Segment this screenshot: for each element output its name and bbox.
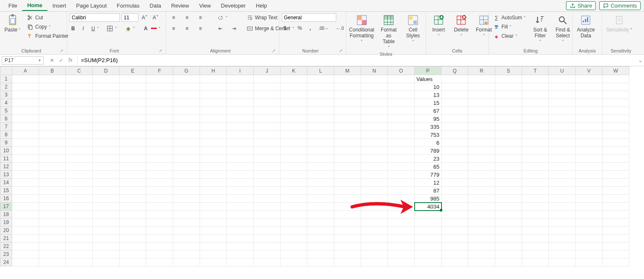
cell[interactable] bbox=[200, 227, 227, 235]
cell[interactable] bbox=[334, 147, 361, 155]
cut-button[interactable]: Cut bbox=[25, 13, 70, 22]
cell[interactable]: 10 bbox=[415, 83, 441, 91]
cell[interactable] bbox=[12, 83, 39, 91]
paste-button[interactable]: Paste bbox=[3, 13, 23, 34]
cell[interactable] bbox=[334, 155, 361, 163]
cell[interactable] bbox=[576, 171, 602, 179]
percent-button[interactable]: % bbox=[296, 24, 304, 32]
cell[interactable] bbox=[254, 139, 280, 147]
cell[interactable] bbox=[441, 131, 468, 139]
cell[interactable] bbox=[468, 91, 495, 99]
cell[interactable] bbox=[280, 179, 307, 187]
cell[interactable] bbox=[12, 107, 39, 115]
cell[interactable] bbox=[522, 99, 549, 107]
cell[interactable] bbox=[66, 123, 93, 131]
cell[interactable] bbox=[441, 258, 468, 266]
cell[interactable] bbox=[227, 195, 254, 203]
cell[interactable] bbox=[280, 235, 307, 242]
cell[interactable] bbox=[576, 227, 602, 235]
cell[interactable] bbox=[495, 155, 522, 163]
autosum-button[interactable]: ∑AutoSum bbox=[491, 13, 527, 22]
cell[interactable] bbox=[602, 235, 629, 242]
row-header[interactable]: 8 bbox=[0, 131, 12, 139]
cell[interactable] bbox=[576, 258, 602, 266]
column-header[interactable]: O bbox=[388, 67, 415, 75]
cell[interactable] bbox=[602, 83, 629, 91]
cell[interactable] bbox=[39, 179, 66, 187]
cell[interactable] bbox=[522, 242, 549, 250]
cell[interactable] bbox=[12, 131, 39, 139]
comments-button[interactable]: Comments bbox=[599, 1, 641, 10]
cell[interactable] bbox=[254, 147, 280, 155]
cell[interactable] bbox=[119, 179, 146, 187]
cell[interactable] bbox=[280, 131, 307, 139]
cell[interactable] bbox=[388, 227, 415, 235]
cell[interactable] bbox=[93, 211, 119, 219]
cell[interactable] bbox=[12, 258, 39, 266]
cell[interactable] bbox=[334, 219, 361, 227]
cell[interactable] bbox=[12, 155, 39, 163]
cell[interactable] bbox=[307, 211, 334, 219]
cell[interactable] bbox=[441, 91, 468, 99]
cell[interactable] bbox=[361, 115, 388, 123]
cell[interactable] bbox=[549, 203, 576, 211]
column-header[interactable]: H bbox=[200, 67, 227, 75]
cell[interactable] bbox=[441, 235, 468, 242]
cell[interactable] bbox=[549, 163, 576, 171]
cell[interactable] bbox=[254, 115, 280, 123]
cell[interactable] bbox=[549, 139, 576, 147]
column-header[interactable]: D bbox=[93, 67, 119, 75]
cell[interactable] bbox=[522, 163, 549, 171]
cell[interactable] bbox=[388, 242, 415, 250]
cell[interactable] bbox=[307, 219, 334, 227]
cell[interactable] bbox=[200, 83, 227, 91]
cell[interactable] bbox=[119, 235, 146, 242]
cell[interactable] bbox=[227, 227, 254, 235]
cell[interactable] bbox=[549, 195, 576, 203]
cell[interactable] bbox=[119, 211, 146, 219]
cell[interactable] bbox=[93, 99, 119, 107]
row-header[interactable]: 7 bbox=[0, 123, 12, 131]
decrease-indent-button[interactable]: ⇤ bbox=[216, 24, 226, 33]
cell[interactable] bbox=[388, 147, 415, 155]
cell[interactable] bbox=[361, 227, 388, 235]
cell[interactable] bbox=[200, 250, 227, 258]
cell[interactable] bbox=[12, 115, 39, 123]
cell[interactable] bbox=[307, 258, 334, 266]
cell[interactable] bbox=[495, 203, 522, 211]
cell[interactable] bbox=[522, 131, 549, 139]
cell[interactable] bbox=[227, 131, 254, 139]
cell[interactable] bbox=[576, 187, 602, 195]
cell[interactable] bbox=[93, 83, 119, 91]
cell[interactable] bbox=[119, 250, 146, 258]
cell[interactable] bbox=[93, 187, 119, 195]
row-header[interactable]: 4 bbox=[0, 99, 12, 107]
cell[interactable] bbox=[441, 115, 468, 123]
column-header[interactable]: M bbox=[334, 67, 361, 75]
cell[interactable] bbox=[173, 235, 200, 242]
cell[interactable] bbox=[173, 250, 200, 258]
cell[interactable] bbox=[468, 258, 495, 266]
cell[interactable] bbox=[227, 219, 254, 227]
tab-formulas[interactable]: Formulas bbox=[112, 1, 145, 10]
cell[interactable] bbox=[602, 258, 629, 266]
cell[interactable] bbox=[415, 219, 441, 227]
share-button[interactable]: Share bbox=[566, 1, 596, 10]
cell[interactable] bbox=[361, 139, 388, 147]
cell[interactable] bbox=[280, 242, 307, 250]
cell[interactable] bbox=[119, 203, 146, 211]
cell[interactable]: 985 bbox=[415, 195, 441, 203]
cell[interactable] bbox=[468, 99, 495, 107]
insert-cells-button[interactable]: Insert bbox=[428, 13, 449, 39]
cell[interactable] bbox=[441, 99, 468, 107]
cell[interactable] bbox=[441, 139, 468, 147]
cell[interactable] bbox=[495, 139, 522, 147]
cell[interactable] bbox=[39, 75, 66, 83]
cell[interactable] bbox=[334, 99, 361, 107]
cell[interactable] bbox=[146, 203, 173, 211]
cell[interactable] bbox=[549, 91, 576, 99]
cell[interactable] bbox=[361, 250, 388, 258]
cell[interactable] bbox=[200, 187, 227, 195]
cell[interactable] bbox=[12, 179, 39, 187]
cell[interactable] bbox=[200, 75, 227, 83]
